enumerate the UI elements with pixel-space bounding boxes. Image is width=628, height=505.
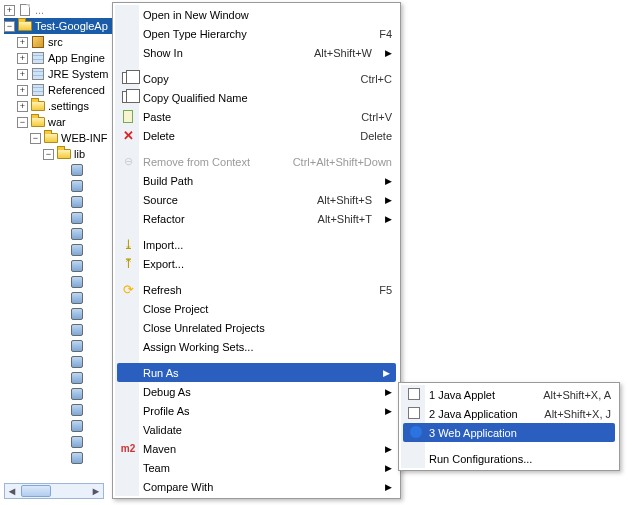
menu-debug-as[interactable]: Debug As ▶ (115, 382, 398, 401)
tree-row-jar[interactable] (4, 418, 119, 434)
menu-build-path[interactable]: Build Path ▶ (115, 171, 398, 190)
submenu-java-application[interactable]: 2 Java Application Alt+Shift+X, J (401, 404, 617, 423)
submenu-arrow-icon: ▶ (382, 444, 392, 454)
jar-icon (69, 179, 85, 193)
expand-toggle[interactable]: + (17, 85, 28, 96)
expand-toggle[interactable]: + (17, 37, 28, 48)
tree-row-jar[interactable] (4, 274, 119, 290)
menu-delete[interactable]: ✕ Delete Delete (115, 126, 398, 145)
tree-row[interactable]: + ... (4, 2, 119, 18)
menu-refactor[interactable]: Refactor Alt+Shift+T ▶ (115, 209, 398, 228)
tree-row-jar[interactable] (4, 162, 119, 178)
collapse-toggle[interactable]: − (30, 133, 41, 144)
menu-import[interactable]: ⤓ Import... (115, 235, 398, 254)
menu-refresh[interactable]: ⟳ Refresh F5 (115, 280, 398, 299)
jar-icon (69, 355, 85, 369)
menu-close-unrelated-projects[interactable]: Close Unrelated Projects (115, 318, 398, 337)
tree-row-jar[interactable] (4, 290, 119, 306)
expand-toggle[interactable]: + (4, 5, 15, 16)
tree-label: App Engine (48, 52, 105, 64)
menu-label: Maven (143, 443, 176, 455)
scroll-left-icon[interactable]: ◄ (5, 484, 19, 498)
menu-open-new-window[interactable]: Open in New Window (115, 5, 398, 24)
submenu-run-configurations[interactable]: Run Configurations... (401, 449, 617, 468)
file-icon (17, 3, 33, 17)
tree-row-jar[interactable] (4, 306, 119, 322)
scrollbar-thumb[interactable] (21, 485, 51, 497)
collapse-toggle[interactable]: − (17, 117, 28, 128)
tree-row[interactable]: + App Engine (4, 50, 119, 66)
menu-separator (115, 62, 398, 69)
menu-separator (115, 273, 398, 280)
menu-accelerator: F5 (359, 284, 392, 296)
tree-row-jar[interactable] (4, 194, 119, 210)
tree-row-jar[interactable] (4, 450, 119, 466)
tree-row-jar[interactable] (4, 338, 119, 354)
menu-team[interactable]: Team ▶ (115, 458, 398, 477)
folder-icon (30, 99, 46, 113)
tree-row-jar[interactable] (4, 242, 119, 258)
tree-row[interactable]: + src (4, 34, 119, 50)
tree-row-jar[interactable] (4, 434, 119, 450)
submenu-arrow-icon: ▶ (382, 48, 392, 58)
jar-icon (69, 435, 85, 449)
tree-row-jar[interactable] (4, 386, 119, 402)
tree-row[interactable]: − war (4, 114, 119, 130)
menu-maven[interactable]: m2 Maven ▶ (115, 439, 398, 458)
tree-row-jar[interactable] (4, 210, 119, 226)
menu-source[interactable]: Source Alt+Shift+S ▶ (115, 190, 398, 209)
menu-show-in[interactable]: Show In Alt+Shift+W ▶ (115, 43, 398, 62)
menu-open-type-hierarchy[interactable]: Open Type Hierarchy F4 (115, 24, 398, 43)
menu-export[interactable]: ⤒ Export... (115, 254, 398, 273)
menu-copy-qualified-name[interactable]: Copy Qualified Name (115, 88, 398, 107)
collapse-toggle[interactable]: − (4, 21, 15, 32)
web-application-icon (407, 424, 425, 440)
tree-label: WEB-INF (61, 132, 107, 144)
menu-accelerator: Alt+Shift+W (294, 47, 372, 59)
tree-row-jar[interactable] (4, 354, 119, 370)
menu-close-project[interactable]: Close Project (115, 299, 398, 318)
jar-icon (69, 163, 85, 177)
tree-row-jar[interactable] (4, 178, 119, 194)
expand-toggle[interactable]: + (17, 53, 28, 64)
menu-remove-from-context: ⊖ Remove from Context Ctrl+Alt+Shift+Dow… (115, 152, 398, 171)
tree-row-jar[interactable] (4, 402, 119, 418)
expand-toggle[interactable]: + (17, 69, 28, 80)
tree-row-jar[interactable] (4, 258, 119, 274)
tree-row[interactable]: + Referenced (4, 82, 119, 98)
tree-row[interactable]: + JRE System (4, 66, 119, 82)
tree-row[interactable]: + .settings (4, 98, 119, 114)
submenu-arrow-icon: ▶ (382, 463, 392, 473)
jar-icon (69, 371, 85, 385)
submenu-web-application[interactable]: 3 Web Application (403, 423, 615, 442)
menu-copy[interactable]: Copy Ctrl+C (115, 69, 398, 88)
tree-row-selected[interactable]: − Test-GoogleAp (4, 18, 119, 34)
tree-label: lib (74, 148, 85, 160)
menu-profile-as[interactable]: Profile As ▶ (115, 401, 398, 420)
submenu-java-applet[interactable]: 1 Java Applet Alt+Shift+X, A (401, 385, 617, 404)
menu-label: Close Unrelated Projects (143, 322, 265, 334)
menu-separator (115, 228, 398, 235)
tree-row-jar[interactable] (4, 226, 119, 242)
tree-row[interactable]: − WEB-INF (4, 130, 119, 146)
menu-label: Show In (143, 47, 183, 59)
collapse-toggle[interactable]: − (43, 149, 54, 160)
menu-validate[interactable]: Validate (115, 420, 398, 439)
horizontal-scrollbar[interactable]: ◄ ► (4, 483, 104, 499)
menu-paste[interactable]: Paste Ctrl+V (115, 107, 398, 126)
jar-icon (69, 387, 85, 401)
menu-compare-with[interactable]: Compare With ▶ (115, 477, 398, 496)
menu-run-as[interactable]: Run As ▶ (117, 363, 396, 382)
tree-row[interactable]: − lib (4, 146, 119, 162)
tree-row-jar[interactable] (4, 322, 119, 338)
scroll-right-icon[interactable]: ► (89, 484, 103, 498)
refresh-icon: ⟳ (119, 281, 137, 297)
menu-assign-working-sets[interactable]: Assign Working Sets... (115, 337, 398, 356)
menu-accelerator: Alt+Shift+X, A (535, 389, 611, 401)
submenu-arrow-icon: ▶ (380, 368, 390, 378)
package-explorer-tree[interactable]: + ... − Test-GoogleAp + src + App Engine… (4, 0, 119, 466)
jar-icon (69, 211, 85, 225)
library-icon (30, 51, 46, 65)
tree-row-jar[interactable] (4, 370, 119, 386)
expand-toggle[interactable]: + (17, 101, 28, 112)
